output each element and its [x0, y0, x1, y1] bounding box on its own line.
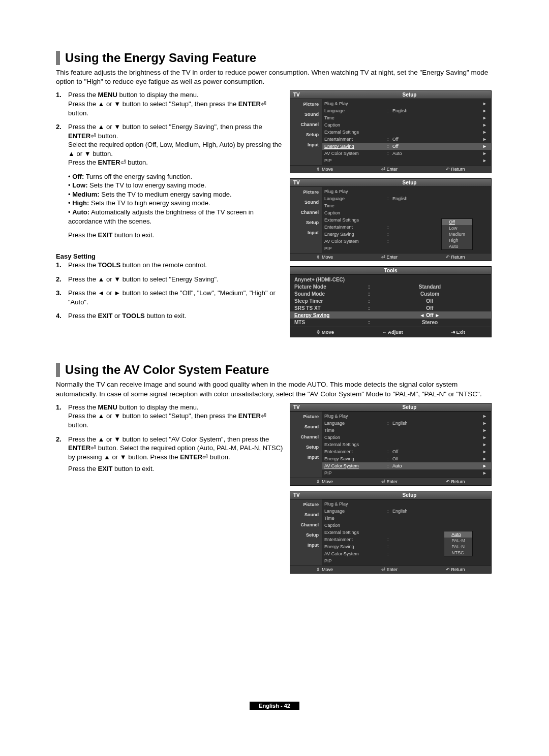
osd-setup-energy: TVSetup PictureSoundChannelSetupInput Pl…: [290, 90, 492, 173]
osd-tools: Tools Anynet+ (HDMI-CEC)Picture Mode:Sta…: [290, 266, 492, 337]
section-title-energy: Using the Energy Saving Feature: [56, 51, 493, 65]
section-title-avcolor: Using the AV Color System Feature: [56, 363, 493, 377]
instructions-avcolor: 1. Press the MENU button to display the …: [56, 403, 290, 479]
easy-setting-title: Easy Setting: [56, 252, 284, 261]
instructions-energy: 1. Press the MENU button to display the …: [56, 90, 290, 325]
osd-setup-avcolor: TVSetup PictureSoundChannelSetupInput Pl…: [290, 403, 492, 486]
energy-options-list: Off: Turns off the energy saving functio…: [68, 172, 284, 226]
section-desc-energy: This feature adjusts the brightness of t…: [56, 68, 493, 86]
section-desc-avcolor: Normally the TV can receive image and so…: [56, 380, 493, 398]
osd-sidebar: PictureSoundChannelSetupInput: [290, 99, 322, 165]
osd-setup-energy-popup: TVSetup PictureSoundChannelSetupInput Pl…: [290, 178, 492, 261]
step-num: 1.: [56, 90, 62, 100]
step-num: 2.: [56, 122, 62, 132]
osd-setup-avcolor-popup: TVSetup PictureSoundChannelSetupInput Pl…: [290, 491, 492, 574]
page-footer: English - 42: [56, 701, 493, 710]
